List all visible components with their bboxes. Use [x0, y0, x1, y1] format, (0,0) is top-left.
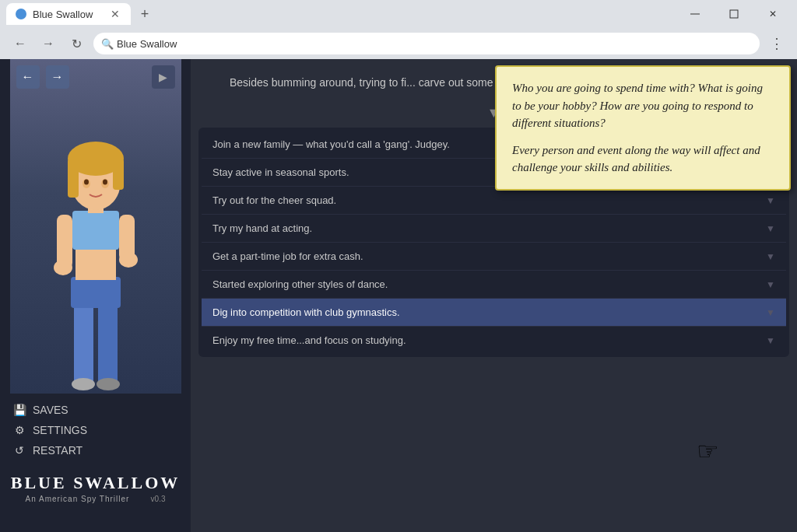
- tab-favicon: [16, 9, 26, 19]
- tooltip-line2: Every person and event along the way wil…: [512, 142, 774, 177]
- svg-point-19: [84, 180, 89, 185]
- address-search-icon: 🔍: [101, 38, 114, 50]
- window-controls: ✕: [677, 2, 791, 26]
- mouse-cursor: ☞: [697, 436, 719, 466]
- choice-text-5: Started exploring other styles of dance.: [212, 278, 388, 290]
- choice-item-4[interactable]: Get a part-time job for extra cash.▼: [202, 243, 786, 271]
- active-tab[interactable]: Blue Swallow ✕: [6, 3, 131, 25]
- choice-text-6: Dig into competition with club gymnastic…: [212, 306, 400, 318]
- choice-text-0: Join a new family — what you'd call a 'g…: [212, 138, 450, 150]
- svg-rect-15: [68, 159, 79, 198]
- tooltip-text: Who you are going to spend time with? Wh…: [512, 79, 774, 177]
- choice-arrow-7: ▼: [766, 335, 775, 346]
- restart-label: RESTART: [33, 444, 83, 457]
- choice-arrow-2: ▼: [766, 195, 775, 206]
- choice-text-7: Enjoy my free time...and focus on studyi…: [212, 334, 406, 346]
- address-input[interactable]: [93, 33, 760, 54]
- title-bar: Blue Swallow ✕ + ✕: [0, 0, 797, 28]
- back-button[interactable]: ←: [9, 33, 31, 54]
- choice-item-5[interactable]: Started exploring other styles of dance.…: [202, 271, 786, 299]
- choice-arrow-4: ▼: [766, 251, 775, 262]
- saves-label: SAVES: [33, 404, 68, 416]
- sidebar-menu: 💾 SAVES ⚙ SETTINGS ↺ RESTART: [0, 394, 191, 467]
- svg-rect-1: [730, 10, 738, 18]
- svg-rect-0: [690, 14, 700, 15]
- right-panel: Who you are going to spend time with? Wh…: [191, 59, 797, 532]
- svg-rect-16: [113, 159, 124, 190]
- svg-point-11: [119, 252, 138, 268]
- game-title: BLUE SWALLOW: [11, 473, 181, 493]
- game-title-area: BLUE SWALLOW An American Spy Thriller v0…: [11, 470, 181, 503]
- choice-arrow-3: ▼: [766, 223, 775, 234]
- svg-rect-4: [98, 300, 118, 386]
- tooltip-line1: Who you are going to spend time with? Wh…: [512, 79, 774, 132]
- browser-menu-button[interactable]: ⋮: [766, 33, 788, 54]
- address-wrapper: 🔍: [93, 33, 760, 54]
- svg-rect-3: [74, 300, 93, 386]
- svg-rect-7: [72, 211, 119, 250]
- game-content: ← → ▶ 💾 SAVES ⚙ SETTINGS ↺ RESTART: [0, 59, 797, 532]
- next-image-button[interactable]: →: [46, 65, 69, 89]
- saves-menu-item[interactable]: 💾 SAVES: [12, 400, 178, 420]
- character-svg: [18, 67, 174, 394]
- forward-button[interactable]: →: [37, 33, 59, 54]
- settings-label: SETTINGS: [33, 424, 87, 436]
- tab-area: Blue Swallow ✕ +: [6, 3, 671, 25]
- choice-arrow-6: ▼: [766, 307, 775, 318]
- prev-image-button[interactable]: ←: [16, 65, 40, 89]
- svg-rect-5: [71, 277, 121, 308]
- minimize-button[interactable]: [677, 2, 713, 26]
- settings-icon: ⚙: [12, 423, 26, 437]
- svg-point-10: [54, 260, 72, 275]
- image-fade-button[interactable]: ▶: [152, 65, 175, 89]
- restart-icon: ↺: [12, 443, 26, 457]
- address-bar: ← → ↻ 🔍 ⋮: [0, 28, 797, 59]
- game-subtitle: An American Spy Thriller: [26, 495, 130, 503]
- svg-point-20: [103, 180, 107, 185]
- tab-label: Blue Swallow: [33, 9, 93, 20]
- tooltip-box: Who you are going to spend time with? Wh…: [495, 65, 791, 191]
- choice-text-1: Stay active in seasonal sports.: [212, 166, 349, 178]
- svg-rect-6: [75, 246, 116, 280]
- settings-menu-item[interactable]: ⚙ SETTINGS: [12, 420, 178, 440]
- svg-point-22: [97, 378, 120, 390]
- refresh-button[interactable]: ↻: [65, 33, 87, 54]
- choice-item-6[interactable]: Dig into competition with club gymnastic…: [202, 299, 786, 327]
- browser-frame: Blue Swallow ✕ + ✕ ← → ↻ 🔍 ⋮: [0, 0, 797, 532]
- left-panel: ← → ▶ 💾 SAVES ⚙ SETTINGS ↺ RESTART: [0, 59, 191, 532]
- svg-point-21: [72, 378, 95, 390]
- new-tab-button[interactable]: +: [134, 3, 156, 25]
- choice-item-7[interactable]: Enjoy my free time...and focus on studyi…: [202, 327, 786, 354]
- game-version: v0.3: [151, 495, 166, 503]
- choice-item-2[interactable]: Try out for the cheer squad.▼: [202, 187, 786, 215]
- close-button[interactable]: ✕: [755, 2, 791, 26]
- tab-close-button[interactable]: ✕: [109, 8, 121, 20]
- restart-menu-item[interactable]: ↺ RESTART: [12, 440, 178, 460]
- choice-item-3[interactable]: Try my hand at acting.▼: [202, 215, 786, 243]
- choice-text-2: Try out for the cheer squad.: [212, 194, 336, 206]
- saves-icon: 💾: [12, 403, 26, 417]
- choice-text-3: Try my hand at acting.: [212, 222, 312, 234]
- choice-text-4: Get a part-time job for extra cash.: [212, 250, 363, 262]
- character-image: ← → ▶: [10, 59, 181, 394]
- maximize-button[interactable]: [716, 2, 752, 26]
- choice-arrow-5: ▼: [766, 279, 775, 290]
